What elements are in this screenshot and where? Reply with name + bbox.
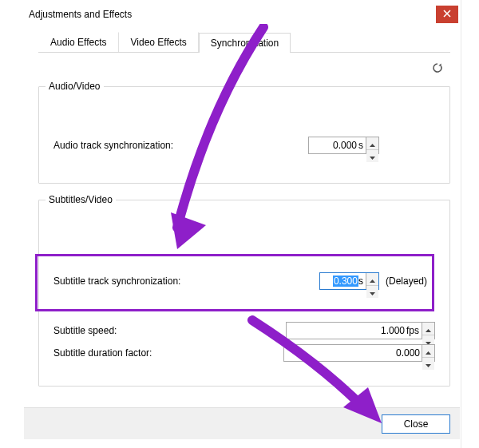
window-edge <box>461 0 461 448</box>
audio-sync-input[interactable] <box>309 137 358 153</box>
dialog-content: Audio Effects Video Effects Synchronizat… <box>24 27 460 409</box>
chevron-up-icon <box>370 137 375 149</box>
button-bar: Close <box>24 407 460 439</box>
group-subtitles-video: Subtitles/Video Subtitle track synchroni… <box>38 200 450 387</box>
subtitle-speed-label: Subtitle speed: <box>53 325 213 336</box>
row-audio-sync: Audio track synchronization: s <box>53 137 435 154</box>
audio-sync-label: Audio track synchronization: <box>53 140 173 151</box>
subtitle-duration-spinner[interactable] <box>283 344 435 362</box>
subtitle-duration-step-up[interactable] <box>422 345 434 358</box>
subtitle-sync-spinner[interactable]: 0.300 s <box>319 272 379 290</box>
subtitle-sync-step-up[interactable] <box>366 273 378 286</box>
chevron-up-icon <box>426 345 431 357</box>
audio-sync-arrows <box>366 137 378 153</box>
subtitle-duration-step-down[interactable] <box>422 358 434 370</box>
tabs: Audio Effects Video Effects Synchronizat… <box>38 32 450 53</box>
subtitle-sync-unit: s <box>358 273 366 289</box>
subtitle-duration-label: Subtitle duration factor: <box>53 347 213 359</box>
window-close-button[interactable] <box>436 6 458 23</box>
refresh-icon <box>431 61 444 77</box>
tab-audio-effects[interactable]: Audio Effects <box>38 32 119 52</box>
dialog-title: Adjustments and Effects <box>29 9 132 20</box>
row-subtitle-speed: Subtitle speed: fps <box>53 322 435 339</box>
audio-sync-step-up[interactable] <box>366 137 378 150</box>
group-audio-video: Audio/Video Audio track synchronization:… <box>38 86 450 184</box>
audio-sync-unit: s <box>358 137 366 153</box>
subtitle-speed-arrows <box>422 323 434 339</box>
row-subtitle-duration: Subtitle duration factor: <box>53 344 435 362</box>
refresh-row <box>38 53 450 80</box>
subtitle-sync-arrows <box>366 273 378 289</box>
subtitle-duration-arrows <box>422 345 434 361</box>
subtitle-sync-input[interactable]: 0.300 <box>333 276 358 287</box>
chevron-down-icon <box>370 150 375 162</box>
subtitle-speed-step-up[interactable] <box>422 323 434 335</box>
subtitle-sync-step-down[interactable] <box>366 286 378 298</box>
subtitle-sync-status: (Delayed) <box>386 276 427 287</box>
chevron-up-icon <box>370 273 375 285</box>
group-audio-video-legend: Audio/Video <box>46 81 104 92</box>
tab-video-effects[interactable]: Video Effects <box>119 32 199 52</box>
subtitle-speed-unit: fps <box>406 323 422 339</box>
tab-synchronization[interactable]: Synchronization <box>199 33 291 53</box>
close-button[interactable]: Close <box>382 414 450 434</box>
subtitle-duration-input[interactable] <box>284 345 422 361</box>
title-bar: Adjustments and Effects <box>24 2 460 27</box>
chevron-up-icon <box>426 323 431 335</box>
group-subtitles-video-legend: Subtitles/Video <box>46 194 116 205</box>
close-icon <box>443 9 451 20</box>
audio-sync-step-down[interactable] <box>366 150 378 162</box>
subtitle-speed-input[interactable] <box>287 323 406 339</box>
subtitle-speed-spinner[interactable]: fps <box>286 322 435 339</box>
adjustments-effects-dialog: Adjustments and Effects Audio Effects Vi… <box>24 2 460 439</box>
audio-sync-spinner[interactable]: s <box>308 137 379 154</box>
row-subtitle-sync: Subtitle track synchronization: 0.300 s … <box>53 272 435 290</box>
subtitle-sync-label: Subtitle track synchronization: <box>53 276 180 287</box>
refresh-button[interactable] <box>430 61 445 77</box>
chevron-down-icon <box>370 286 375 298</box>
chevron-down-icon <box>426 358 431 370</box>
